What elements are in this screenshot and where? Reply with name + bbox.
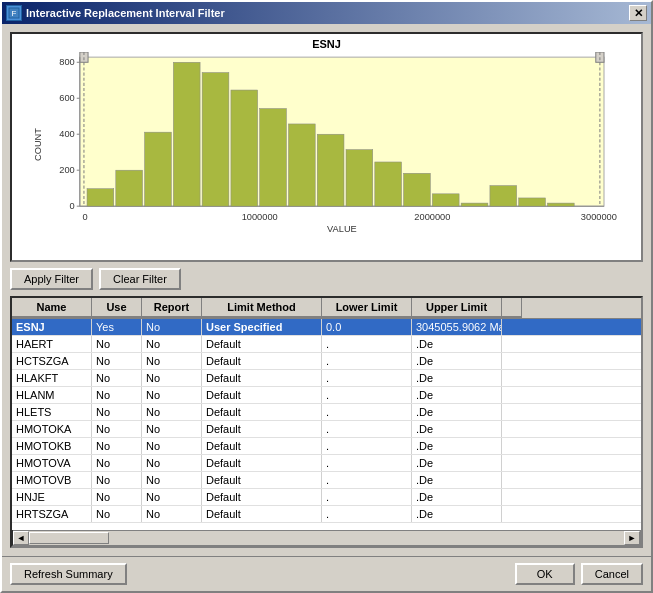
svg-text:0: 0 [70, 201, 75, 211]
svg-text:F: F [12, 9, 17, 18]
cell-limit-method: Default [202, 489, 322, 505]
svg-rect-29 [346, 150, 373, 207]
table-row[interactable]: HCTSZGA No No Default . .De [12, 353, 641, 370]
table-row[interactable]: HMOTOVA No No Default . .De [12, 455, 641, 472]
table-body[interactable]: ESNJ Yes No User Specified 0.0 3045055.9… [12, 319, 641, 530]
table-header: Name Use Report Limit Method Lower Limit… [12, 298, 641, 319]
app-icon: F [6, 5, 22, 21]
cancel-button[interactable]: Cancel [581, 563, 643, 585]
svg-text:800: 800 [59, 57, 74, 67]
close-button[interactable]: ✕ [629, 5, 647, 21]
svg-text:400: 400 [59, 129, 74, 139]
content-area: ESNJ 0 200 400 600 [2, 24, 651, 556]
cell-name: HNJE [12, 489, 92, 505]
clear-filter-button[interactable]: Clear Filter [99, 268, 181, 290]
cell-name: ESNJ [12, 319, 92, 335]
cell-report: No [142, 319, 202, 335]
scroll-thumb[interactable] [29, 532, 109, 544]
cell-limit-method: Default [202, 336, 322, 352]
cell-name: HLETS [12, 404, 92, 420]
col-header-lower-limit: Lower Limit [322, 298, 412, 318]
svg-rect-36 [547, 203, 574, 206]
cell-upper: .De [412, 370, 502, 386]
cell-limit-method: Default [202, 387, 322, 403]
main-window: F Interactive Replacement Interval Filte… [0, 0, 653, 593]
svg-text:3000000: 3000000 [581, 212, 617, 222]
ok-button[interactable]: OK [515, 563, 575, 585]
cell-upper: .De [412, 404, 502, 420]
histogram-chart: 0 200 400 600 800 COUNT [16, 52, 637, 237]
cell-upper: .De [412, 438, 502, 454]
table-row[interactable]: ESNJ Yes No User Specified 0.0 3045055.9… [12, 319, 641, 336]
cell-report: No [142, 353, 202, 369]
table-row[interactable]: HMOTOVB No No Default . .De [12, 472, 641, 489]
table-row[interactable]: HRTSZGA No No Default . .De [12, 506, 641, 523]
cell-name: HLAKFT [12, 370, 92, 386]
svg-text:2000000: 2000000 [414, 212, 450, 222]
table-row[interactable]: HLANM No No Default . .De [12, 387, 641, 404]
cell-use: No [92, 370, 142, 386]
cell-name: HRTSZGA [12, 506, 92, 522]
cell-use: No [92, 421, 142, 437]
cell-report: No [142, 506, 202, 522]
cell-limit-method: Default [202, 404, 322, 420]
cell-use: No [92, 387, 142, 403]
table-row[interactable]: HLAKFT No No Default . .De [12, 370, 641, 387]
chart-inner: 0 200 400 600 800 COUNT [16, 52, 637, 237]
col-header-name: Name [12, 298, 92, 318]
scroll-right-arrow[interactable]: ► [624, 531, 640, 545]
table-row[interactable]: HNJE No No Default . .De [12, 489, 641, 506]
cell-upper: .De [412, 353, 502, 369]
svg-rect-30 [375, 162, 402, 206]
bottom-right-buttons: OK Cancel [515, 563, 643, 585]
cell-name: HMOTOKB [12, 438, 92, 454]
svg-text:200: 200 [59, 165, 74, 175]
cell-name: HAERT [12, 336, 92, 352]
cell-lower: . [322, 387, 412, 403]
chart-title: ESNJ [16, 38, 637, 50]
cell-lower: . [322, 489, 412, 505]
col-header-limit-method: Limit Method [202, 298, 322, 318]
svg-rect-27 [288, 124, 315, 206]
table-row[interactable]: HMOTOKA No No Default . .De [12, 421, 641, 438]
svg-rect-24 [202, 73, 229, 207]
cell-lower: . [322, 421, 412, 437]
svg-rect-25 [231, 90, 258, 206]
cell-use: Yes [92, 319, 142, 335]
bottom-bar: Refresh Summary OK Cancel [2, 556, 651, 591]
data-table: Name Use Report Limit Method Lower Limit… [10, 296, 643, 548]
cell-lower: . [322, 506, 412, 522]
cell-upper: .De [412, 472, 502, 488]
svg-text:0: 0 [82, 212, 87, 222]
cell-limit-method: Default [202, 506, 322, 522]
cell-name: HMOTOKA [12, 421, 92, 437]
cell-name: HLANM [12, 387, 92, 403]
scroll-left-arrow[interactable]: ◄ [13, 531, 29, 545]
refresh-summary-button[interactable]: Refresh Summary [10, 563, 127, 585]
cell-limit-method: Default [202, 472, 322, 488]
title-bar: F Interactive Replacement Interval Filte… [2, 2, 651, 24]
cell-limit-method: User Specified [202, 319, 322, 335]
svg-rect-26 [260, 109, 287, 207]
cell-name: HCTSZGA [12, 353, 92, 369]
cell-lower: . [322, 438, 412, 454]
col-header-upper-limit: Upper Limit [412, 298, 502, 318]
cell-report: No [142, 336, 202, 352]
svg-text:VALUE: VALUE [327, 224, 357, 234]
svg-rect-21 [116, 170, 143, 206]
cell-lower: . [322, 472, 412, 488]
table-row[interactable]: HAERT No No Default . .De [12, 336, 641, 353]
svg-rect-28 [317, 134, 344, 206]
cell-upper: .De [412, 421, 502, 437]
svg-text:COUNT: COUNT [33, 128, 43, 161]
table-row[interactable]: HLETS No No Default . .De [12, 404, 641, 421]
cell-report: No [142, 370, 202, 386]
cell-upper: .De [412, 387, 502, 403]
apply-filter-button[interactable]: Apply Filter [10, 268, 93, 290]
horizontal-scrollbar[interactable]: ◄ ► [12, 530, 641, 546]
cell-lower: 0.0 [322, 319, 412, 335]
cell-lower: . [322, 370, 412, 386]
cell-limit-method: Default [202, 353, 322, 369]
table-row[interactable]: HMOTOKB No No Default . .De [12, 438, 641, 455]
svg-rect-35 [519, 198, 546, 206]
